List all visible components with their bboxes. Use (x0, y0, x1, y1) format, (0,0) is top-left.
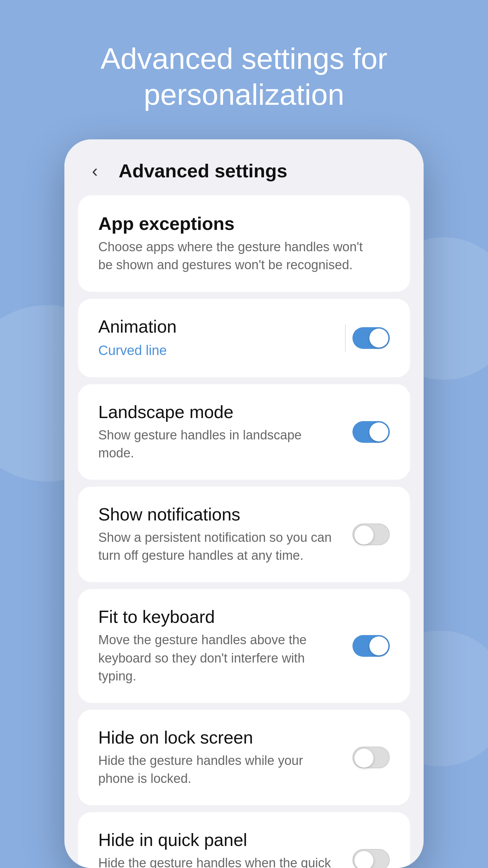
hide-in-quick-panel-toggle[interactable] (352, 849, 390, 868)
setting-hide-on-lock-screen-text: Hide on lock screen Hide the gesture han… (98, 727, 352, 788)
setting-hide-on-lock-screen[interactable]: Hide on lock screen Hide the gesture han… (78, 710, 410, 805)
setting-show-notifications-text: Show notifications Show a persistent not… (98, 504, 352, 565)
app-header: ‹ Advanced settings (64, 139, 424, 195)
animation-toggle-knob (369, 329, 388, 348)
setting-landscape-mode-subtitle: Show gesture handles in landscape mode. (98, 426, 339, 462)
setting-hide-on-lock-screen-title: Hide on lock screen (98, 727, 339, 748)
setting-fit-to-keyboard-subtitle: Move the gesture handles above the keybo… (98, 631, 339, 685)
setting-fit-to-keyboard-text: Fit to keyboard Move the gesture handles… (98, 607, 352, 685)
setting-fit-to-keyboard-title: Fit to keyboard (98, 607, 339, 627)
landscape-mode-toggle-knob (369, 422, 388, 441)
hide-on-lock-screen-toggle[interactable] (352, 747, 390, 768)
page-title: Advanced settings for personalization (92, 41, 396, 112)
show-notifications-toggle[interactable] (352, 524, 390, 545)
show-notifications-toggle-knob (354, 526, 373, 545)
setting-animation-title: Animation (98, 316, 325, 337)
setting-animation-text: Animation Curved line (98, 316, 338, 360)
setting-hide-in-quick-panel[interactable]: Hide in quick panel Hide the gesture han… (78, 812, 410, 868)
back-button[interactable]: ‹ (85, 161, 105, 181)
hide-on-lock-screen-toggle-knob (354, 749, 373, 768)
animation-toggle-section (338, 324, 390, 352)
setting-show-notifications-subtitle: Show a persistent notification so you ca… (98, 529, 339, 565)
setting-app-exceptions-text: App exceptions Choose apps where the ges… (98, 213, 390, 274)
header-title: Advanced settings (119, 160, 287, 182)
setting-landscape-mode-text: Landscape mode Show gesture handles in l… (98, 402, 352, 462)
setting-landscape-mode-title: Landscape mode (98, 402, 339, 422)
setting-animation-subtitle: Curved line (98, 341, 325, 360)
fit-to-keyboard-toggle[interactable] (352, 635, 390, 657)
setting-show-notifications[interactable]: Show notifications Show a persistent not… (78, 487, 410, 582)
setting-app-exceptions-title: App exceptions (98, 213, 376, 234)
setting-landscape-mode[interactable]: Landscape mode Show gesture handles in l… (78, 384, 410, 480)
animation-toggle[interactable] (352, 327, 390, 349)
phone-mockup: ‹ Advanced settings App exceptions Choos… (64, 139, 424, 868)
fit-to-keyboard-toggle-knob (369, 636, 388, 655)
landscape-mode-toggle[interactable] (352, 421, 390, 443)
hide-in-quick-panel-toggle-knob (354, 851, 373, 868)
back-icon: ‹ (92, 162, 98, 180)
setting-animation[interactable]: Animation Curved line (78, 299, 410, 377)
setting-app-exceptions-subtitle: Choose apps where the gesture handles wo… (98, 238, 376, 274)
setting-hide-on-lock-screen-subtitle: Hide the gesture handles while your phon… (98, 752, 339, 788)
setting-hide-in-quick-panel-text: Hide in quick panel Hide the gesture han… (98, 830, 352, 868)
setting-show-notifications-title: Show notifications (98, 504, 339, 525)
setting-fit-to-keyboard[interactable]: Fit to keyboard Move the gesture handles… (78, 589, 410, 703)
settings-list: App exceptions Choose apps where the ges… (64, 195, 424, 868)
setting-hide-in-quick-panel-title: Hide in quick panel (98, 830, 339, 850)
animation-divider (345, 324, 346, 352)
setting-hide-in-quick-panel-subtitle: Hide the gesture handles when the quick … (98, 854, 339, 868)
setting-app-exceptions[interactable]: App exceptions Choose apps where the ges… (78, 195, 410, 292)
